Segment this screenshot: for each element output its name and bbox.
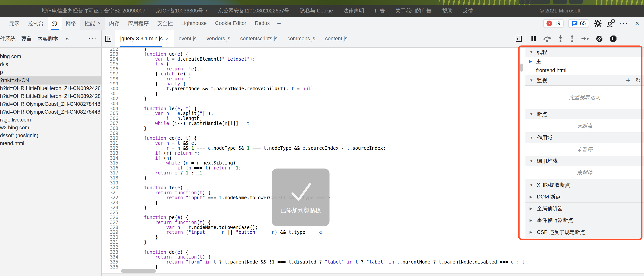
file-tree-item[interactable]: h?id=OHR.OlympicCoast_ZH-CN0827844876_UH: [0, 108, 101, 116]
devtools-tab-Lighthouse[interactable]: Lighthouse: [177, 17, 211, 30]
editor-horizontal-scrollbar[interactable]: [121, 269, 156, 273]
more-menu-icon[interactable]: ···: [620, 19, 628, 28]
file-tree-item[interactable]: dssofr (nosignin): [0, 132, 101, 139]
file-tree-item[interactable]: ntend.html: [0, 139, 101, 147]
error-count-badge[interactable]: × 19: [543, 19, 564, 28]
sidebar-section-header[interactable]: ▼断点: [525, 109, 644, 119]
devtools-tab-Redux[interactable]: Redux: [250, 17, 274, 30]
line-number[interactable]: 320: [102, 185, 120, 190]
line-number[interactable]: 307: [102, 121, 120, 126]
step-over-icon[interactable]: [543, 35, 552, 42]
step-icon[interactable]: [581, 36, 589, 41]
devtools-tab-Cookie Editor[interactable]: Cookie Editor: [211, 17, 250, 30]
line-number[interactable]: 322: [102, 195, 120, 200]
line-number[interactable]: 298: [102, 77, 120, 82]
close-tab-icon[interactable]: ×: [98, 20, 100, 26]
bing-footer-link[interactable]: 隐私与 Cookie: [300, 7, 333, 14]
line-number[interactable]: 323: [102, 200, 120, 205]
line-number[interactable]: 308: [102, 126, 120, 131]
bing-footer-link[interactable]: 帮助: [442, 7, 452, 14]
editor-tab[interactable]: event.js: [174, 30, 202, 47]
bing-footer-link[interactable]: 京ICP备10036305号-7: [156, 7, 208, 14]
sidebar-section-header[interactable]: ▶全局侦听器: [525, 203, 644, 214]
line-number[interactable]: 324: [102, 205, 120, 210]
editor-tab[interactable]: contentscripts.js: [235, 30, 282, 47]
pause-on-exceptions-icon[interactable]: [610, 35, 617, 42]
line-number[interactable]: 309: [102, 131, 120, 136]
navigator-tab[interactable]: 覆盖: [21, 35, 38, 42]
feedback-person-icon[interactable]: [607, 19, 615, 28]
bing-footer-link[interactable]: 京公网安备11010802022657号: [218, 7, 289, 14]
sidebar-section-header[interactable]: ▶CSP 违反了规定断点: [525, 226, 644, 238]
more-tabs-chevron[interactable]: »: [66, 35, 69, 42]
issues-count-badge[interactable]: 65: [568, 19, 589, 28]
bing-hotspot-button[interactable]: [569, 0, 583, 4]
line-number[interactable]: 317: [102, 171, 120, 176]
sidebar-section-header[interactable]: ▼XHR/提取断点: [525, 179, 644, 191]
bing-footer-link[interactable]: 广告: [374, 7, 385, 14]
sidebar-section-header[interactable]: ▶DOM 断点: [525, 191, 644, 203]
navigator-tab[interactable]: 内容脚本: [38, 35, 64, 42]
deactivate-breakpoints-icon[interactable]: [596, 35, 603, 42]
sidebar-section-header[interactable]: ▼作用域: [525, 133, 644, 143]
devtools-tab-安全性[interactable]: 安全性: [153, 17, 177, 30]
show-debugger-icon[interactable]: [515, 30, 522, 48]
bing-footer-link[interactable]: 法律声明: [343, 7, 364, 14]
add-watch-icon[interactable]: +: [626, 77, 630, 84]
line-number[interactable]: 334: [102, 255, 120, 260]
close-tab-icon[interactable]: ×: [166, 36, 169, 42]
bing-hotspot-button[interactable]: [518, 0, 550, 4]
line-number[interactable]: 327: [102, 220, 120, 225]
editor-tab[interactable]: jquery-3.3.1.min.js×: [115, 30, 174, 47]
close-devtools-icon[interactable]: ×: [633, 19, 641, 28]
line-number[interactable]: 335: [102, 260, 120, 265]
devtools-tab-控制台[interactable]: 控制台: [24, 17, 48, 30]
line-number[interactable]: 302: [102, 96, 120, 101]
line-number[interactable]: 321: [102, 190, 120, 195]
line-number[interactable]: 293: [102, 52, 120, 57]
file-tree-item[interactable]: bing.com: [0, 53, 101, 60]
devtools-tab-+[interactable]: +: [274, 17, 284, 30]
line-number[interactable]: 319: [102, 181, 120, 186]
line-number[interactable]: 318: [102, 176, 120, 181]
line-number[interactable]: 306: [102, 116, 120, 121]
thread-item[interactable]: ▶主: [525, 57, 644, 66]
bing-footer-link[interactable]: 关于我们的广告: [395, 7, 432, 14]
sidebar-section-header[interactable]: ▼线程: [525, 48, 644, 57]
thread-item[interactable]: frontend.html: [525, 66, 644, 75]
sidebar-section-header[interactable]: ▼调用堆栈: [525, 156, 644, 166]
line-number[interactable]: 305: [102, 111, 120, 116]
line-number[interactable]: 332: [102, 245, 120, 250]
file-tree-item[interactable]: w2.bing.com: [0, 124, 101, 132]
navigator-tab[interactable]: 件系统: [0, 35, 21, 42]
line-number[interactable]: 295: [102, 62, 120, 67]
line-number[interactable]: 303: [102, 101, 120, 106]
file-tree-item[interactable]: h?id=OHR.LittleBlueHeron_ZH-CN0892428603…: [0, 84, 101, 92]
devtools-tab-性能[interactable]: 性能×: [80, 17, 105, 30]
file-tree-item[interactable]: d/ls: [0, 60, 101, 68]
line-number[interactable]: 297: [102, 72, 120, 77]
line-number[interactable]: 313: [102, 151, 120, 156]
devtools-tab-内存[interactable]: 内存: [105, 17, 124, 30]
editor-vertical-scrollbar[interactable]: [520, 64, 523, 72]
line-number[interactable]: 314: [102, 156, 120, 161]
line-number[interactable]: 299: [102, 82, 120, 87]
bing-footer-link[interactable]: 增值电信业务经营许可证：合字B2-20090007: [42, 7, 146, 14]
line-number[interactable]: 315: [102, 161, 120, 166]
line-number[interactable]: 304: [102, 106, 120, 111]
hide-navigator-icon[interactable]: [102, 30, 115, 47]
file-tree-item[interactable]: h?id=OHR.LittleBlueHeron_ZH-CN0892428603…: [0, 92, 101, 100]
line-number[interactable]: 312: [102, 146, 120, 151]
line-number[interactable]: 296: [102, 67, 120, 72]
sidebar-empty-state[interactable]: 未暂停: [525, 143, 644, 156]
line-number[interactable]: 294: [102, 57, 120, 62]
line-number[interactable]: 326: [102, 215, 120, 220]
line-number[interactable]: 311: [102, 141, 120, 146]
line-number[interactable]: 292: [102, 48, 120, 52]
line-number[interactable]: 300: [102, 86, 120, 91]
devtools-tab-网络[interactable]: 网络: [62, 17, 80, 30]
bing-hotspot-button[interactable]: [553, 0, 567, 4]
sidebar-section-header[interactable]: ▼监视+↻: [525, 75, 644, 86]
code-editor[interactable]: 292 }293 function ue(e) {294 var t = d.c…: [102, 48, 525, 276]
file-tree-item[interactable]: rage.live.com: [0, 116, 101, 124]
